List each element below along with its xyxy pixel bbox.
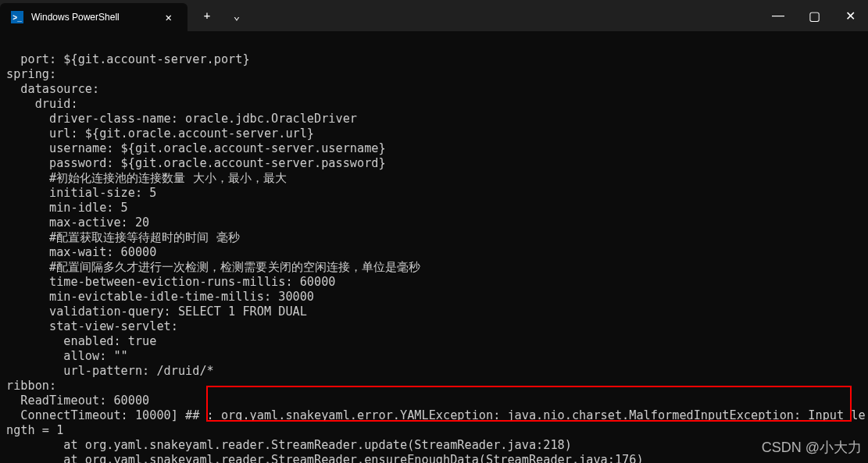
title-bar: >_ Windows PowerShell ✕ + ⌄ — ▢ ✕ (0, 0, 868, 31)
new-tab-button[interactable]: + (194, 0, 220, 31)
terminal-line: #配置间隔多久才进行一次检测，检测需要关闭的空闲连接，单位是毫秒 (6, 260, 420, 274)
terminal-line: initial-size: 5 (6, 186, 156, 200)
terminal-line: ngth = 1 (6, 423, 63, 437)
minimize-button[interactable]: — (760, 0, 796, 31)
powershell-icon: >_ (11, 11, 23, 23)
terminal-line: min-evictable-idle-time-millis: 30000 (6, 290, 314, 304)
terminal-tab[interactable]: >_ Windows PowerShell ✕ (0, 3, 188, 31)
terminal-line: spring: (6, 67, 56, 81)
terminal-line: port: ${git.account-server.port} (6, 52, 250, 66)
terminal-line: datasource: (6, 82, 99, 96)
terminal-line: ribbon: (6, 379, 56, 393)
maximize-button[interactable]: ▢ (796, 0, 832, 31)
terminal-line: driver-class-name: oracle.jdbc.OracleDri… (6, 112, 357, 126)
tab-close-button[interactable]: ✕ (161, 9, 177, 25)
terminal-line: username: ${git.oracle.account-server.us… (6, 141, 386, 155)
terminal-line: password: ${git.oracle.account-server.pa… (6, 156, 386, 170)
terminal-line: #初始化连接池的连接数量 大小，最小，最大 (6, 171, 287, 185)
close-window-button[interactable]: ✕ (832, 0, 868, 31)
titlebar-drag-area[interactable] (250, 0, 760, 31)
watermark: CSDN @小大力 (762, 438, 862, 457)
tab-dropdown-button[interactable]: ⌄ (223, 0, 250, 31)
terminal-line: at org.yaml.snakeyaml.reader.StreamReade… (6, 453, 644, 463)
terminal-line: druid: (6, 97, 78, 111)
tab-actions: + ⌄ (188, 0, 250, 31)
terminal-line: validation-query: SELECT 1 FROM DUAL (6, 305, 307, 319)
terminal-line: max-active: 20 (6, 215, 149, 230)
terminal-line: at org.yaml.snakeyaml.reader.StreamReade… (6, 438, 572, 452)
window-controls: — ▢ ✕ (760, 0, 868, 31)
terminal-line: #配置获取连接等待超时的时间 毫秒 (6, 230, 240, 244)
terminal-line: min-idle: 5 (6, 201, 128, 215)
terminal-line: stat-view-servlet: (6, 319, 178, 333)
tab-title: Windows PowerShell (31, 12, 153, 23)
terminal-output[interactable]: port: ${git.account-server.port} spring:… (0, 31, 868, 463)
terminal-line: allow: "" (6, 349, 128, 363)
terminal-line: enabled: true (6, 334, 156, 348)
terminal-line: url-pattern: /druid/* (6, 364, 214, 378)
terminal-line: max-wait: 60000 (6, 245, 156, 259)
terminal-line: ReadTimeout: 60000 (6, 394, 149, 408)
terminal-line: url: ${git.oracle.account-server.url} (6, 126, 314, 141)
terminal-line: time-between-eviction-runs-millis: 60000 (6, 275, 336, 289)
terminal-line: ConnectTimeout: 10000] ## : org.yaml.sna… (6, 408, 866, 422)
